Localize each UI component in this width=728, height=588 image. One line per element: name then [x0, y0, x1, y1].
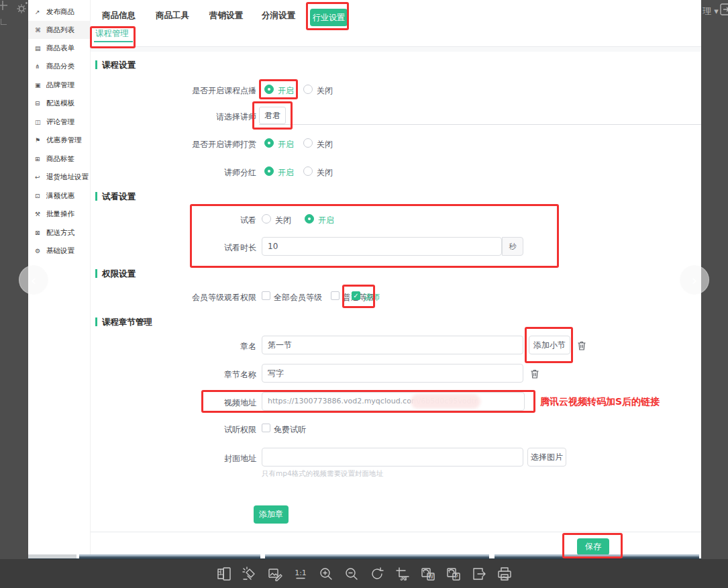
save-button[interactable]: 保存 [577, 538, 609, 555]
viewer-toolbar: 1:1 W P [0, 559, 728, 588]
sidebar-item-product-category[interactable]: ⋔商品分类 [28, 57, 91, 75]
duration-unit-suffix: 秒 [502, 237, 523, 256]
next-image-button[interactable]: › [680, 265, 709, 295]
sidebar-item-product-tags[interactable]: ⊞商品标签 [28, 150, 91, 168]
radio-trial-on-label[interactable]: 开启 [318, 215, 334, 226]
zoom-in-icon[interactable] [318, 566, 334, 582]
video-url-input[interactable]: https://1300773886.vod2.myqcloud.com/6b5… [262, 392, 525, 411]
category-tree-icon: ⋔ [35, 63, 44, 70]
annotation-box-preview-section [190, 204, 559, 268]
annotation-tencent-cloud-note: 腾讯云视频转码加S后的链接 [540, 396, 660, 408]
tool-icon-fragment[interactable] [720, 3, 728, 19]
add-chapter-button[interactable]: 添加章 [254, 505, 289, 524]
batch-process-menu[interactable]: 理 ▾ [703, 5, 719, 17]
sidebar-item-delivery-method[interactable]: ⊠配送方式 [28, 224, 91, 242]
label-section-name: 章节名称 [173, 369, 256, 381]
section-title-course-settings: 课程设置 [102, 60, 136, 71]
tab-profit-settings[interactable]: 分润设置 [262, 10, 295, 21]
frame-corner-icon [1, 19, 7, 25]
label-icon: ⊞ [35, 156, 44, 162]
radio-vod-on[interactable] [264, 85, 274, 94]
cover-url-input[interactable] [262, 448, 523, 467]
sidebar-item-product-form[interactable]: ▤商品表单 [28, 39, 91, 57]
tab-product-tools[interactable]: 商品工具 [156, 10, 189, 21]
radio-vod-off[interactable] [303, 85, 313, 94]
trial-duration-input[interactable] [262, 237, 502, 256]
svg-text:1:1: 1:1 [295, 569, 307, 577]
gift-icon: ⊡ [35, 193, 44, 199]
footer-divider [91, 532, 701, 532]
section-bar [95, 269, 97, 278]
radio-dividend-on-label[interactable]: 开启 [278, 167, 294, 179]
sidebar-item-basic-settings[interactable]: ⚙基础设置 [28, 242, 91, 260]
delete-chapter-icon[interactable] [577, 340, 586, 351]
sidebar-item-review-management[interactable]: ◫评论管理 [28, 113, 91, 131]
label-chapter-name: 章名 [173, 341, 256, 352]
sidebar-item-return-address[interactable]: ↩退货地址设置 [28, 168, 91, 186]
section-title-permission-settings: 权限设置 [102, 268, 136, 280]
radio-reward-on[interactable] [264, 138, 274, 148]
radio-reward-off[interactable] [303, 138, 313, 148]
checkbox-free-audition-label[interactable]: 免费试听 [274, 424, 306, 436]
checkbox-free-audition[interactable] [262, 424, 270, 432]
sidebar-item-coupon-management[interactable]: ⚑优惠券管理 [28, 131, 91, 149]
compare-icon[interactable] [216, 566, 232, 582]
edit-image-icon[interactable] [267, 566, 283, 582]
sidebar-item-full-discount[interactable]: ⊡满额优惠 [28, 187, 91, 205]
radio-reward-on-label[interactable]: 开启 [278, 139, 294, 150]
label-member-level-permission: 会员等级观看权限 [173, 292, 256, 303]
brightness-icon[interactable] [15, 1, 28, 17]
add-section-button[interactable]: 添加小节 [529, 336, 570, 354]
return-icon: ↩ [35, 174, 44, 181]
subtab-course-management[interactable]: 课程管理 [95, 28, 129, 40]
rotate-icon[interactable] [369, 566, 385, 582]
radio-vod-on-label[interactable]: 开启 [278, 85, 294, 97]
checkbox-all-member-levels[interactable] [262, 291, 270, 300]
privacy-blur-overlay [411, 394, 480, 409]
radio-vod-off-label[interactable]: 关闭 [317, 85, 333, 97]
sidebar-item-shipping-template[interactable]: ⊟配送模板 [28, 94, 91, 112]
batch-icon: ⚒ [35, 211, 44, 217]
previous-image-button[interactable]: ‹ [19, 265, 48, 295]
gear-icon: ⚙ [35, 248, 44, 254]
share-icon: ↗ [35, 9, 44, 15]
checkbox-teacher-label[interactable]: 讲师 [364, 292, 380, 303]
convert-to-pdf-icon[interactable]: P [446, 566, 462, 582]
clean-eraser-icon[interactable] [242, 566, 258, 582]
zoom-out-icon[interactable] [344, 566, 360, 582]
sidebar-item-batch-operation[interactable]: ⚒批量操作 [28, 205, 91, 223]
print-icon[interactable] [497, 566, 513, 582]
delivery-icon: ⊠ [35, 230, 44, 236]
radio-reward-off-label[interactable]: 关闭 [317, 139, 333, 150]
section-bar [95, 192, 97, 201]
radio-dividend-on[interactable] [264, 166, 274, 176]
label-enable-teacher-reward: 是否开启讲师打赏 [173, 139, 256, 150]
actual-size-icon[interactable]: 1:1 [293, 566, 309, 582]
checkbox-all-member-levels-label[interactable]: 全部会员等级 [274, 292, 322, 303]
teacher-tag-button[interactable]: 君君 [259, 107, 286, 124]
export-save-icon[interactable] [471, 566, 487, 582]
sidebar-item-product-list[interactable]: ⌘商品列表 [28, 21, 91, 39]
radio-dividend-off-label[interactable]: 关闭 [317, 167, 333, 179]
tab-product-info[interactable]: 商品信息 [102, 10, 136, 21]
radio-trial-off[interactable] [262, 214, 271, 224]
section-name-input[interactable] [262, 364, 523, 383]
label-teacher-dividend: 讲师分红 [173, 167, 256, 179]
delete-section-icon[interactable] [530, 369, 539, 379]
svg-text:W: W [428, 574, 433, 580]
sidebar-item-publish-product[interactable]: ↗发布商品 [28, 3, 91, 21]
choose-image-button[interactable]: 选择图片 [527, 448, 566, 467]
label-audition-permission: 试听权限 [173, 424, 256, 436]
crop-cut-icon[interactable] [395, 566, 411, 582]
checkbox-normal-level[interactable] [331, 291, 340, 300]
convert-to-word-icon[interactable]: W [420, 566, 436, 582]
tab-industry-settings[interactable]: 行业设置 [310, 9, 348, 26]
radio-dividend-off[interactable] [303, 166, 313, 176]
radio-trial-on[interactable] [305, 214, 314, 224]
sidebar-item-brand-management[interactable]: ▣品牌管理 [28, 76, 91, 94]
chapter-name-input[interactable] [262, 336, 523, 354]
tab-marketing-settings[interactable]: 营销设置 [209, 10, 243, 21]
radio-trial-off-label[interactable]: 关闭 [275, 215, 291, 226]
checkbox-teacher[interactable]: ✓ [352, 291, 360, 300]
teacher-input-underline[interactable] [259, 124, 701, 125]
